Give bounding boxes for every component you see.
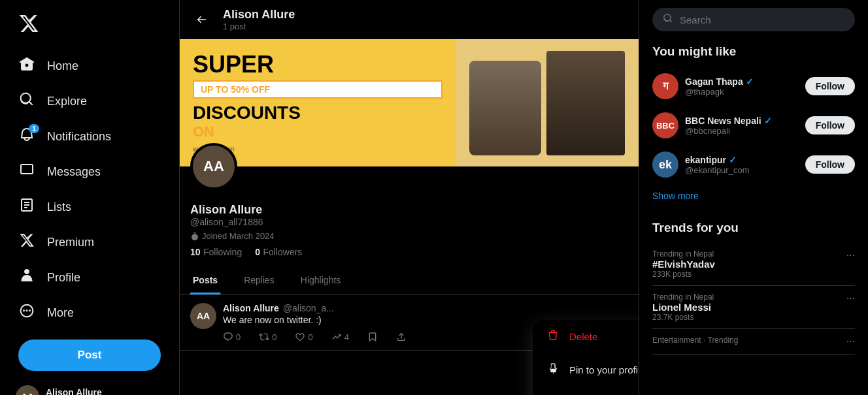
profile-header-bar: Alison Allure 1 post [180,0,639,39]
jacket-image [469,61,541,155]
search-bar[interactable] [652,8,855,31]
views-count: 4 [344,332,349,342]
delete-icon [546,329,560,344]
ekantipur-follow-button[interactable]: Follow [805,155,855,174]
banner-ad-right [456,39,639,166]
left-sidebar: Home Explore Notifications 1 Messages Li… [0,0,180,395]
post-author-name: Alison Allure [223,303,279,313]
ctx-pin[interactable]: Pin to your profile [533,353,639,387]
profile-joined: Joined March 2024 [190,231,628,241]
followers-stat[interactable]: 0 Followers [255,246,302,258]
user-avatar: AA [16,385,39,395]
explore-icon [18,91,35,111]
tab-posts[interactable]: Posts [180,266,231,294]
gagan-verified: ✓ [746,76,754,87]
trend-entertainment[interactable]: Entertainment · Trending ··· [652,329,855,355]
tab-highlights[interactable]: Highlights [288,266,354,294]
trend-messi[interactable]: Trending in Nepal Lionel Messi 23.7K pos… [652,286,855,329]
sidebar-item-more[interactable]: More [8,296,171,329]
reply-count: 0 [236,332,241,342]
home-icon [18,56,35,76]
bbc-name: BBC News Nepali ✓ [685,116,799,126]
search-input[interactable] [680,14,844,25]
sidebar-item-lists[interactable]: Lists [8,191,171,223]
retweet-action[interactable]: 0 [259,332,276,342]
banner-text-super: SUPER [193,53,442,76]
tab-replies[interactable]: Replies [231,266,288,294]
ctx-highlight[interactable]: Highlight on your profile [533,387,639,395]
banner-discount-box: UP TO 50% OFF [193,80,442,99]
reply-action[interactable]: 0 [223,332,241,342]
premium-icon [18,232,35,252]
trend-2-region: Entertainment · Trending [652,336,738,345]
trend-0-more-icon[interactable]: ··· [846,249,855,261]
main-content: Alison Allure 1 post SUPER UP TO 50% OFF… [180,0,639,395]
ekantipur-name: ekantipur ✓ [685,155,799,165]
pin-icon [546,362,560,377]
banner-on-text: ON [193,123,442,140]
gagan-user-info: Gagan Thapa ✓ @thapagk [685,76,799,97]
lists-icon [18,197,35,217]
ctx-pin-label: Pin to your profile [569,364,639,375]
retweet-count: 0 [272,332,276,342]
ekantipur-avatar: ek [652,151,678,178]
trend-1-region: Trending in Nepal [652,292,714,302]
you-might-like-title: You might like [652,44,855,59]
bookmark-action[interactable] [367,332,378,342]
x-logo[interactable] [8,5,171,44]
ekantipur-verified: ✓ [729,155,737,165]
trend-0-name: #ElvishYadav [652,259,715,270]
ctx-delete[interactable]: Delete [533,320,639,353]
sidebar-item-profile-label: Profile [47,271,80,285]
sidebar-item-messages-label: Messages [47,165,101,179]
following-label: Following [203,247,242,257]
notification-badge: 1 [29,124,39,133]
like-action[interactable]: 0 [295,332,312,342]
ctx-delete-label: Delete [569,331,597,342]
banner-ad-content: SUPER UP TO 50% OFF DISCOUNTS ON www.nik… [180,39,639,166]
trends-section: Trends for you Trending in Nepal #Elvish… [652,221,855,355]
trend-0-count: 233K posts [652,270,715,279]
bbc-verified: ✓ [764,116,772,126]
sidebar-item-notifications-label: Notifications [47,130,111,144]
show-more-link[interactable]: Show more [652,184,855,208]
profile-stats: 10 Following 0 Followers [190,246,628,258]
sidebar-item-explore[interactable]: Explore [8,85,171,118]
sidebar-item-premium[interactable]: Premium [8,226,171,259]
trend-1-name: Lionel Messi [652,302,714,313]
back-button[interactable] [190,8,212,31]
bbc-handle: @bbcnepali [685,126,799,136]
profile-handle: @alison_all71886 [190,217,628,227]
gagan-follow-button[interactable]: Follow [805,77,855,95]
ekantipur-user-info: ekantipur ✓ @ekantipur_com [685,155,799,175]
sidebar-item-home[interactable]: Home [8,50,171,82]
profile-avatar: AA [190,143,237,190]
followers-label: Followers [263,247,302,257]
follow-item-bbc: BBC BBC News Nepali ✓ @bbcnepali Follow [652,106,855,145]
sidebar-item-profile[interactable]: Profile [8,261,171,294]
sidebar-item-notifications[interactable]: Notifications 1 [8,120,171,153]
follow-item-gagan: ग Gagan Thapa ✓ @thapagk Follow [652,67,855,106]
trend-1-more-icon[interactable]: ··· [846,292,855,304]
bbc-user-info: BBC News Nepali ✓ @bbcnepali [685,116,799,136]
user-account-menu[interactable]: AA Alison Allure @alison_all71886 ··· [8,379,171,395]
profile-header-info: Alison Allure 1 post [223,8,295,31]
profile-banner: SUPER UP TO 50% OFF DISCOUNTS ON www.nik… [180,39,639,166]
post-button[interactable]: Post [18,340,161,371]
profile-tabs: Posts Replies Highlights [180,266,639,295]
views-action[interactable]: 4 [331,332,349,342]
bbc-avatar: BBC [652,112,678,138]
bbc-follow-button[interactable]: Follow [805,116,855,134]
right-sidebar: You might like ग Gagan Thapa ✓ @thapagk … [639,0,868,395]
sidebar-item-more-label: More [47,306,74,320]
context-menu: Delete Pin to your profile Highlight on … [533,320,639,395]
trend-2-more-icon[interactable]: ··· [846,336,855,347]
following-stat[interactable]: 10 Following [190,246,242,258]
profile-display-name: Alison Allure [190,203,628,217]
share-action[interactable] [396,332,407,342]
trends-title: Trends for you [652,221,855,235]
joined-text: Joined March 2024 [202,231,275,241]
sidebar-item-messages[interactable]: Messages [8,155,171,188]
trend-elvishyadav[interactable]: Trending in Nepal #ElvishYadav 233K post… [652,243,855,286]
follow-item-ekantipur: ek ekantipur ✓ @ekantipur_com Follow [652,145,855,184]
